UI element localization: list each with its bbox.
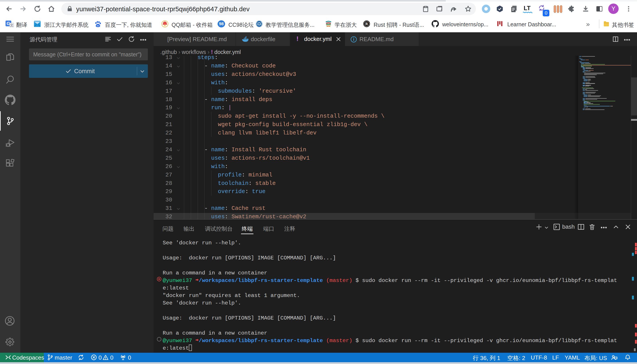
svg-text:du: du bbox=[97, 24, 99, 27]
svg-text:R: R bbox=[366, 22, 368, 26]
